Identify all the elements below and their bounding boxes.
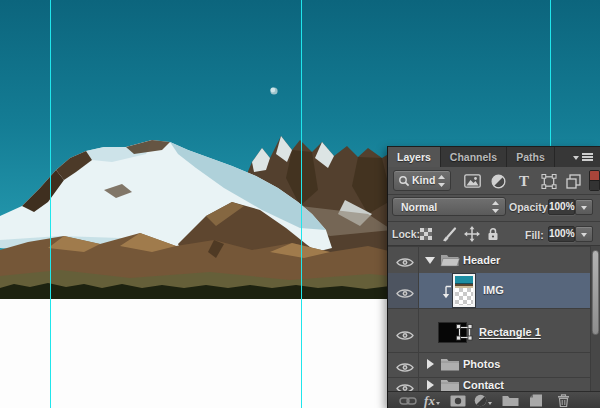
new-adjustment-layer-icon[interactable] — [472, 392, 494, 408]
tab-layers[interactable]: Layers — [388, 147, 441, 168]
blend-mode-dropdown[interactable]: Normal — [392, 197, 506, 216]
opacity-dropdown-button[interactable] — [575, 199, 593, 215]
filter-toggle-off — [590, 181, 599, 190]
lock-all-icon[interactable] — [485, 226, 501, 242]
panel-footer-bar: fx — [388, 391, 600, 408]
kind-filter-dropdown[interactable]: Kind — [393, 170, 451, 191]
panel-tab-bar: Layers Channels Paths — [388, 146, 600, 167]
panel-menu-button[interactable] — [573, 153, 593, 163]
chevron-down-icon — [488, 402, 492, 405]
fx-label: fx — [424, 393, 435, 408]
blend-row: Normal Opacity: 100% — [388, 195, 600, 222]
layer-name[interactable]: IMG — [483, 284, 504, 296]
layer-thumbnail[interactable] — [453, 274, 475, 307]
visibility-eye-icon[interactable] — [396, 327, 414, 345]
svg-text:T: T — [519, 173, 529, 188]
pixel-layer-filter-icon[interactable] — [461, 173, 483, 189]
adjustment-layer-filter-icon[interactable] — [487, 173, 509, 189]
stepper-icon — [438, 175, 445, 187]
layer-name[interactable]: Contact — [463, 379, 504, 391]
vertical-guide-3 — [550, 0, 551, 146]
vertical-guide-1 — [50, 0, 51, 408]
new-layer-icon[interactable] — [525, 392, 547, 408]
filter-row: Kind T — [388, 167, 600, 195]
visibility-eye-icon[interactable] — [396, 254, 414, 272]
chevron-down-icon — [573, 156, 579, 160]
visibility-eye-icon[interactable] — [396, 380, 414, 391]
group-folder-icon — [440, 252, 460, 271]
tab-channels[interactable]: Channels — [441, 147, 507, 168]
transparency-checker — [455, 288, 473, 305]
expand-collapse-triangle[interactable] — [427, 380, 434, 390]
thumbnail-photo — [455, 276, 473, 288]
blend-mode-value: Normal — [401, 201, 437, 213]
layer-name[interactable]: Rectangle 1 — [479, 326, 541, 338]
chevron-down-icon — [436, 402, 440, 405]
lock-row: Lock: Fill: 100% — [388, 222, 600, 246]
new-group-icon[interactable] — [499, 392, 521, 408]
shape-layer-filter-icon[interactable] — [538, 173, 560, 189]
group-folder-icon — [440, 378, 460, 391]
layers-list: Header IMG — [388, 246, 600, 391]
fill-value-field[interactable]: 100% — [548, 226, 575, 242]
smart-object-filter-icon[interactable] — [562, 173, 584, 189]
type-layer-filter-icon[interactable]: T — [513, 172, 535, 188]
expand-collapse-triangle[interactable] — [427, 359, 434, 369]
chevron-down-icon — [581, 206, 587, 210]
filter-toggle-on — [590, 171, 599, 181]
link-layers-icon[interactable] — [397, 392, 419, 408]
vector-mask-icon — [456, 324, 473, 345]
opacity-value-field[interactable]: 100% — [548, 199, 575, 215]
tab-paths[interactable]: Paths — [507, 147, 555, 168]
lock-pixels-brush-icon[interactable] — [440, 226, 458, 242]
lock-label: Lock: — [392, 228, 420, 240]
eye-column-divider — [418, 246, 419, 391]
layer-filtering-toggle[interactable] — [589, 170, 600, 191]
layer-name[interactable]: Photos — [463, 358, 500, 370]
search-icon — [398, 175, 410, 187]
visibility-eye-icon[interactable] — [396, 285, 414, 303]
stepper-icon — [492, 201, 499, 213]
fill-label: Fill: — [525, 229, 544, 241]
chevron-down-icon — [581, 233, 587, 237]
visibility-eye-icon[interactable] — [396, 359, 414, 377]
group-folder-icon — [440, 357, 460, 375]
photoshop-workspace: Layers Channels Paths Kind — [0, 0, 600, 408]
layer-style-icon[interactable]: fx — [421, 392, 443, 408]
expand-collapse-triangle[interactable] — [425, 257, 435, 264]
delete-layer-icon[interactable] — [552, 392, 574, 408]
fill-dropdown-button[interactable] — [575, 226, 593, 242]
opacity-label: Opacity: — [509, 201, 551, 213]
kind-label: Kind — [412, 174, 435, 186]
layer-name[interactable]: Header — [463, 254, 500, 266]
add-layer-mask-icon[interactable] — [447, 392, 469, 408]
scrollbar-thumb[interactable] — [592, 250, 599, 335]
lock-transparency-icon[interactable] — [418, 226, 434, 242]
layers-panel: Layers Channels Paths Kind — [387, 146, 600, 408]
clipping-mask-arrow-icon — [442, 285, 452, 303]
lock-position-icon[interactable] — [463, 226, 481, 242]
vertical-guide-2 — [301, 0, 302, 408]
